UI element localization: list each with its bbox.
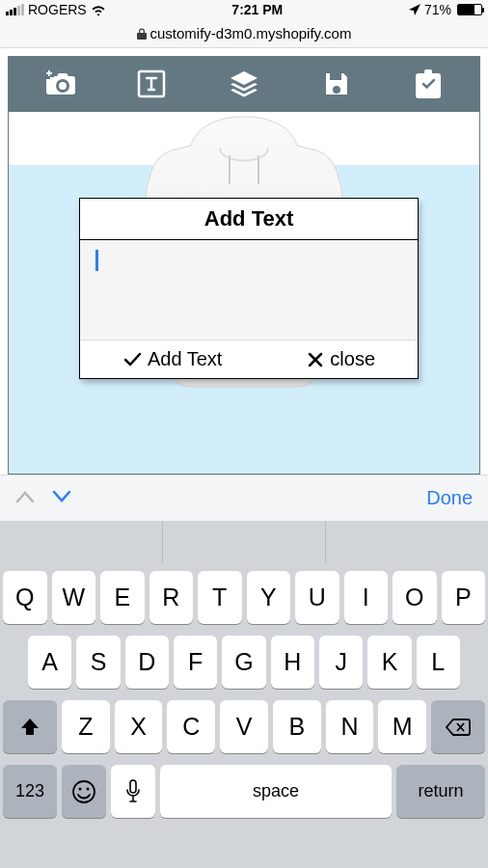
key-f[interactable]: F — [174, 636, 217, 689]
svg-rect-1 — [337, 74, 339, 79]
svg-point-4 — [87, 787, 90, 790]
app-canvas-area: Add Text Add Text close — [0, 48, 488, 475]
prev-field-button — [15, 490, 35, 503]
key-mic[interactable] — [111, 765, 155, 818]
key-space[interactable]: space — [160, 765, 392, 818]
key-emoji[interactable] — [62, 765, 106, 818]
key-z[interactable]: Z — [62, 700, 110, 753]
checkout-button[interactable] — [409, 65, 447, 103]
backspace-icon — [446, 718, 471, 737]
key-y[interactable]: Y — [247, 571, 291, 624]
wifi-icon — [91, 4, 106, 15]
close-icon — [307, 351, 324, 368]
carrier-label: ROGERS — [28, 2, 87, 17]
keyboard-suggestion-bar[interactable] — [0, 521, 488, 563]
key-c[interactable]: C — [167, 700, 215, 753]
key-m[interactable]: M — [378, 700, 426, 753]
battery-icon — [457, 4, 482, 15]
add-text-button[interactable] — [132, 65, 171, 103]
keyboard-row-2: A S D F G H J K L — [3, 636, 485, 689]
text-input[interactable] — [80, 240, 418, 340]
keyboard-row-1: Q W E R T Y U I O P — [3, 571, 485, 624]
svg-point-2 — [73, 781, 95, 802]
keyboard: Q W E R T Y U I O P A S D F G H J K L Z … — [0, 563, 488, 868]
time-label: 7:21 PM — [231, 2, 283, 17]
mic-icon — [125, 779, 141, 804]
svg-point-3 — [79, 787, 82, 790]
key-d[interactable]: D — [125, 636, 169, 689]
editor-toolbar — [8, 56, 480, 112]
keyboard-accessory-bar: Done — [0, 475, 488, 521]
text-cursor — [95, 250, 98, 271]
close-modal-button[interactable]: close — [307, 348, 375, 370]
key-k[interactable]: K — [367, 636, 411, 689]
key-p[interactable]: P — [442, 571, 486, 624]
lock-icon — [137, 28, 147, 40]
keyboard-row-3: Z X C V B N M — [3, 700, 485, 753]
next-field-button[interactable] — [52, 490, 71, 503]
key-b[interactable]: B — [273, 700, 321, 753]
key-s[interactable]: S — [76, 636, 120, 689]
signal-icon — [6, 4, 24, 15]
key-a[interactable]: A — [28, 636, 71, 689]
key-g[interactable]: G — [222, 636, 265, 689]
status-bar: ROGERS 7:21 PM 71% — [0, 0, 488, 19]
key-q[interactable]: Q — [3, 571, 47, 624]
key-j[interactable]: J — [319, 636, 363, 689]
key-l[interactable]: L — [417, 636, 460, 689]
key-v[interactable]: V — [220, 700, 268, 753]
key-r[interactable]: R — [149, 571, 194, 624]
save-button[interactable] — [317, 65, 356, 103]
key-123[interactable]: 123 — [3, 765, 57, 818]
location-icon — [409, 4, 420, 15]
key-x[interactable]: X — [115, 700, 163, 753]
key-w[interactable]: W — [52, 571, 96, 624]
key-e[interactable]: E — [100, 571, 145, 624]
done-button[interactable]: Done — [426, 487, 473, 509]
check-icon — [122, 350, 142, 369]
add-image-button[interactable] — [41, 65, 79, 103]
key-t[interactable]: T — [198, 571, 242, 624]
svg-rect-5 — [130, 780, 136, 793]
key-shift[interactable] — [3, 700, 57, 753]
add-text-modal: Add Text Add Text close — [79, 198, 419, 379]
layers-button[interactable] — [225, 65, 263, 103]
confirm-add-text-button[interactable]: Add Text — [122, 348, 222, 370]
battery-pct: 71% — [424, 2, 451, 17]
key-return[interactable]: return — [396, 765, 485, 818]
key-h[interactable]: H — [271, 636, 314, 689]
confirm-label: Add Text — [148, 348, 222, 370]
browser-url-bar[interactable]: customify-d3m0.myshopify.com — [0, 19, 488, 48]
key-n[interactable]: N — [326, 700, 374, 753]
emoji-icon — [71, 779, 96, 804]
modal-title: Add Text — [80, 199, 418, 240]
close-label: close — [330, 348, 375, 370]
key-i[interactable]: I — [344, 571, 389, 624]
key-backspace[interactable] — [431, 700, 485, 753]
keyboard-row-4: 123 space return — [3, 765, 485, 818]
url-text: customify-d3m0.myshopify.com — [150, 25, 352, 41]
shift-icon — [19, 717, 41, 738]
key-u[interactable]: U — [295, 571, 339, 624]
key-o[interactable]: O — [393, 571, 437, 624]
